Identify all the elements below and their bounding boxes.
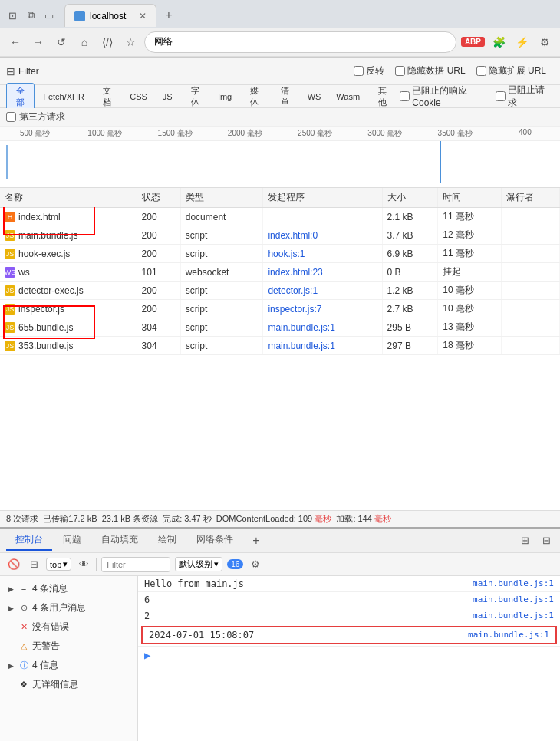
context-selector[interactable]: top ▾	[46, 558, 71, 571]
tab-issues[interactable]: 问题	[54, 530, 91, 551]
console-settings-button[interactable]: ⚙	[248, 557, 263, 572]
dock-icon[interactable]: ⊞	[517, 533, 532, 548]
window-icon[interactable]: ▭	[43, 9, 55, 21]
new-tab-button[interactable]: +	[160, 6, 178, 25]
blocked-request-checkbox[interactable]: 已阻止请求	[496, 84, 546, 110]
tab-bar: ⊡ ⧉ ▭ localhost ✕ +	[0, 0, 560, 28]
clear-console-button[interactable]: 🚫	[6, 557, 21, 572]
log-source-1[interactable]: main.bundle.js:1	[473, 578, 554, 588]
log-content-date: 2024-07-01 15:08:07	[149, 630, 462, 641]
filter-ws-button[interactable]: WS	[301, 90, 328, 104]
file-type-icon: JS	[5, 249, 15, 259]
expand-errors-icon	[6, 623, 15, 632]
tab-paint[interactable]: 绘制	[149, 530, 186, 551]
address-bar[interactable]: 网络	[144, 31, 456, 53]
filter-other-button[interactable]: 其他	[368, 83, 397, 110]
sidebar-item-verbose[interactable]: ❖ 无详细信息	[0, 675, 137, 694]
table-row[interactable]: JS inspector.js 200 script inspector.js:…	[0, 300, 560, 318]
table-row[interactable]: JS 353.bundle.js 304 script main.bundle.…	[0, 337, 560, 355]
cell-time: 10 毫秒	[438, 300, 502, 318]
blocked-cookie-checkbox[interactable]: 已阻止的响应 Cookie	[400, 84, 486, 108]
col-waterfall: 瀑行者	[502, 188, 560, 208]
table-row[interactable]: H index.html 200 document 2.1 kB 11 毫秒	[0, 208, 560, 226]
tab-autofill[interactable]: 自动填充	[92, 530, 147, 551]
filter-wasm-button[interactable]: Wasm	[329, 90, 367, 104]
reload-button[interactable]: ↺	[52, 33, 71, 51]
eye-icon[interactable]: 👁	[76, 557, 91, 572]
cell-type: script	[180, 337, 263, 355]
hide-ext-url-checkbox[interactable]: 隐藏扩展 URL	[476, 64, 546, 77]
code-icon[interactable]: ⟨/⟩	[98, 33, 117, 51]
cell-waterfall	[502, 208, 560, 226]
tab-close-icon[interactable]: ✕	[139, 11, 147, 21]
abp-badge[interactable]: ABP	[461, 37, 485, 47]
table-row[interactable]: JS hook-exec.js 200 script hook.js:1 6.9…	[0, 245, 560, 263]
filter-media-button[interactable]: 媒体	[240, 83, 268, 110]
filter-manifest-button[interactable]: 清单	[270, 83, 298, 110]
duplicate-icon[interactable]: ⧉	[25, 9, 37, 21]
sidebar-item-warnings[interactable]: △ 无警告	[0, 637, 137, 656]
log-source-3[interactable]: main.bundle.js:1	[473, 611, 554, 621]
level-selector[interactable]: 默认级别 ▾	[175, 557, 222, 571]
table-row[interactable]: JS main.bundle.js 200 script index.html:…	[0, 226, 560, 245]
console-filter-input[interactable]	[101, 557, 170, 572]
filter-console-button[interactable]: ⊟	[26, 557, 41, 572]
log-source-date[interactable]: main.bundle.js:1	[468, 630, 549, 640]
tab-network-conditions[interactable]: 网络条件	[187, 530, 242, 551]
table-row[interactable]: JS 655.bundle.js 304 script main.bundle.…	[0, 318, 560, 337]
cell-size: 295 B	[382, 318, 438, 337]
undock-icon[interactable]: ⊟	[539, 533, 554, 548]
filter-img-button[interactable]: Img	[211, 90, 239, 104]
context-label: top	[50, 560, 61, 569]
bookmark-icon[interactable]: ☆	[121, 33, 140, 51]
level-dropdown-icon: ▾	[214, 559, 219, 569]
forward-button[interactable]: →	[29, 33, 48, 51]
filter-doc-button[interactable]: 文档	[93, 83, 121, 110]
home-button[interactable]: ⌂	[75, 33, 94, 51]
add-tab-button[interactable]: +	[247, 532, 265, 550]
log-source-2[interactable]: main.bundle.js:1	[473, 594, 554, 604]
cell-initiator: hook.js:1	[263, 245, 382, 263]
tab-console[interactable]: 控制台	[6, 530, 52, 551]
restore-icon[interactable]: ⊡	[6, 9, 18, 21]
initiator-link[interactable]: main.bundle.js:1	[268, 341, 334, 351]
active-tab[interactable]: localhost ✕	[64, 4, 156, 27]
sidebar-item-info[interactable]: ▶ ⓘ 4 信息	[0, 656, 137, 675]
filter-font-button[interactable]: 字体	[181, 83, 209, 110]
back-button[interactable]: ←	[6, 33, 25, 51]
third-party-checkbox[interactable]	[6, 112, 16, 122]
initiator-link[interactable]: detector.js:1	[268, 285, 318, 296]
settings-icon[interactable]: ⚙	[535, 33, 554, 51]
filter-label: Filter	[18, 66, 39, 77]
sidebar-item-user-messages[interactable]: ▶ ⊙ 4 条用户消息	[0, 598, 137, 618]
timeline-ruler: 500 毫秒 1000 毫秒 1500 毫秒 2000 毫秒 2500 毫秒 3…	[0, 127, 560, 141]
initiator-link[interactable]: hook.js:1	[268, 249, 305, 259]
initiator-link[interactable]: index.html:23	[268, 267, 322, 278]
cell-initiator: index.html:0	[263, 226, 382, 245]
filter-js-button[interactable]: JS	[156, 90, 180, 104]
hide-data-url-checkbox[interactable]: 隐藏数据 URL	[395, 64, 465, 77]
reverse-checkbox[interactable]: 反转	[354, 64, 384, 77]
filter-css-button[interactable]: CSS	[123, 90, 154, 104]
cell-size: 297 B	[382, 337, 438, 355]
cell-waterfall	[502, 318, 560, 337]
lightning-icon[interactable]: ⚡	[512, 33, 531, 51]
messages-label: 4 条消息	[32, 582, 68, 595]
cell-status: 200	[137, 282, 180, 300]
table-row[interactable]: WS ws 101 websocket index.html:23 0 B 挂起	[0, 263, 560, 282]
initiator-link[interactable]: index.html:0	[268, 230, 318, 241]
file-name: main.bundle.js	[18, 230, 77, 241]
initiator-link[interactable]: inspector.js:7	[268, 304, 321, 315]
filter-all-button[interactable]: 全部	[6, 83, 35, 110]
extensions-icon[interactable]: 🧩	[489, 33, 508, 51]
sidebar-item-errors[interactable]: ✕ 没有错误	[0, 618, 137, 637]
cell-type: websocket	[180, 263, 263, 282]
filter-fetch-button[interactable]: Fetch/XHR	[36, 90, 91, 104]
cell-size: 3.7 kB	[382, 226, 438, 245]
log-content-2: 6	[144, 594, 466, 605]
initiator-link[interactable]: main.bundle.js:1	[268, 322, 334, 333]
sidebar-item-messages[interactable]: ▶ ≡ 4 条消息	[0, 579, 137, 598]
table-row[interactable]: JS detector-exec.js 200 script detector.…	[0, 282, 560, 300]
file-name: inspector.js	[18, 304, 64, 315]
expand-user-icon: ▶	[6, 604, 15, 613]
